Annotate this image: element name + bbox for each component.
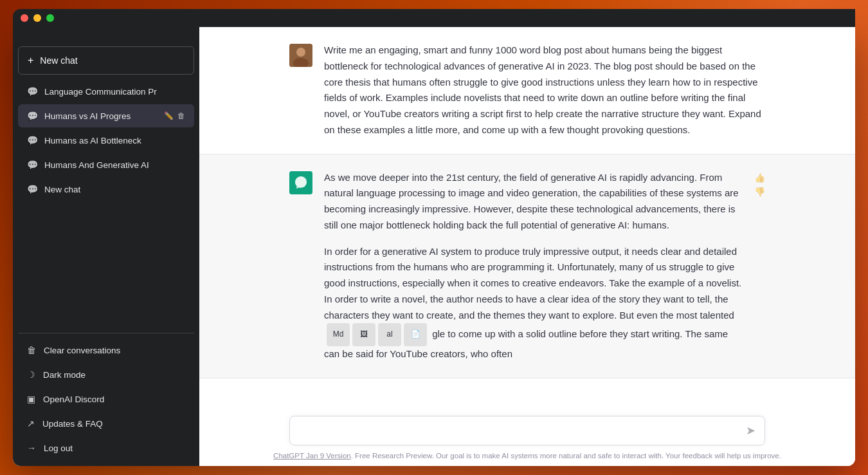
chat-area[interactable]: Write me an engaging, smart and funny 10…	[199, 27, 855, 409]
chat-input-wrapper: ➤	[289, 416, 765, 445]
edit-icon[interactable]: ✏️	[164, 111, 174, 120]
dark-mode-label: Dark mode	[43, 370, 86, 380]
chat-icon: 💬	[27, 111, 38, 121]
conversation-label: Humans as AI Bottleneck	[44, 136, 185, 145]
conversation-label: Humans vs AI Progres	[44, 111, 158, 121]
send-button[interactable]: ➤	[746, 424, 755, 438]
trash-icon: 🗑	[27, 345, 36, 355]
conversation-label: Humans And Generative AI	[44, 160, 185, 170]
chat-icon: 💬	[27, 86, 38, 97]
clear-conversations-label: Clear conversations	[44, 346, 120, 355]
ai-avatar	[289, 171, 312, 194]
chat-icon: 💬	[27, 184, 38, 194]
logout-label: Log out	[44, 443, 73, 453]
close-dot[interactable]	[21, 14, 28, 22]
conversation-list: 💬 Language Communication Pr 💬 Humans vs …	[18, 80, 194, 201]
updates-faq-label: Updates & FAQ	[42, 419, 103, 429]
user-message-content: Write me an engaging, smart and funny 10…	[324, 42, 765, 138]
svg-point-1	[296, 48, 305, 57]
moon-icon: ☽	[27, 369, 35, 380]
conversation-item-humans-vs[interactable]: 💬 Humans vs AI Progres ✏️ 🗑	[18, 104, 194, 127]
chat-icon: 💬	[27, 135, 38, 145]
sidebar: + New chat 💬 Language Communication Pr 💬…	[13, 27, 199, 466]
ai-message-wrapper: As we move deeper into the 21st century,…	[324, 170, 743, 363]
discord-button[interactable]: ▣ OpenAI Discord	[18, 387, 194, 411]
chat-input[interactable]	[299, 423, 746, 438]
footer-text: . Free Research Preview. Our goal is to …	[351, 452, 781, 460]
window-chrome	[13, 9, 855, 27]
dark-mode-button[interactable]: ☽ Dark mode	[18, 363, 194, 386]
conversation-item-humans-generative[interactable]: 💬 Humans And Generative AI	[18, 153, 194, 176]
maximize-dot[interactable]	[46, 14, 54, 22]
conversation-label: Language Communication Pr	[44, 87, 185, 97]
updates-faq-button[interactable]: ↗ Updates & FAQ	[18, 412, 194, 435]
conversation-item-lang[interactable]: 💬 Language Communication Pr	[18, 80, 194, 103]
minimize-dot[interactable]	[33, 14, 41, 22]
logout-icon: →	[27, 443, 36, 453]
chat-item-actions: ✏️ 🗑	[164, 111, 185, 120]
discord-label: OpenAI Discord	[43, 395, 104, 404]
ai-message-content: As we move deeper into the 21st century,…	[324, 170, 743, 363]
conversation-label: New chat	[44, 185, 185, 194]
conversation-item-humans-bottleneck[interactable]: 💬 Humans as AI Bottleneck	[18, 129, 194, 152]
footer: ChatGPT Jan 9 Version. Free Research Pre…	[199, 448, 855, 466]
conversation-item-new-chat[interactable]: 💬 New chat	[18, 178, 194, 201]
new-chat-button[interactable]: + New chat	[18, 46, 194, 75]
logout-button[interactable]: → Log out	[18, 436, 194, 460]
thumb-md: Md	[327, 323, 350, 346]
thumb-img: 🖼	[352, 323, 375, 346]
chat-icon: 💬	[27, 160, 38, 170]
thumb-al: al	[378, 323, 401, 346]
delete-icon[interactable]: 🗑	[177, 111, 185, 120]
ai-message: As we move deeper into the 21st century,…	[199, 154, 855, 379]
user-message-text: Write me an engaging, smart and funny 10…	[324, 44, 761, 135]
discord-icon: ▣	[27, 394, 35, 404]
message-feedback: 👍 👎	[754, 172, 765, 197]
user-message: Write me an engaging, smart and funny 10…	[199, 27, 855, 154]
thumbs-down-button[interactable]: 👎	[754, 187, 765, 197]
clear-conversations-button[interactable]: 🗑 Clear conversations	[18, 339, 194, 362]
external-link-icon: ↗	[27, 418, 35, 429]
plus-icon: +	[28, 55, 33, 66]
new-chat-label: New chat	[40, 55, 77, 66]
footer-version-link[interactable]: ChatGPT Jan 9 Version	[273, 452, 351, 460]
main-content: Write me an engaging, smart and funny 10…	[199, 27, 855, 466]
sidebar-divider	[18, 333, 194, 333]
sidebar-actions: 🗑 Clear conversations ☽ Dark mode ▣ Open…	[18, 339, 194, 460]
ai-paragraph-1: As we move deeper into the 21st century,…	[324, 170, 743, 234]
user-avatar	[289, 44, 312, 67]
thumbs-up-button[interactable]: 👍	[754, 172, 765, 183]
ai-paragraph-2: In order for a generative AI system to p…	[324, 244, 743, 363]
thumb-pdf: 📄	[404, 323, 427, 346]
